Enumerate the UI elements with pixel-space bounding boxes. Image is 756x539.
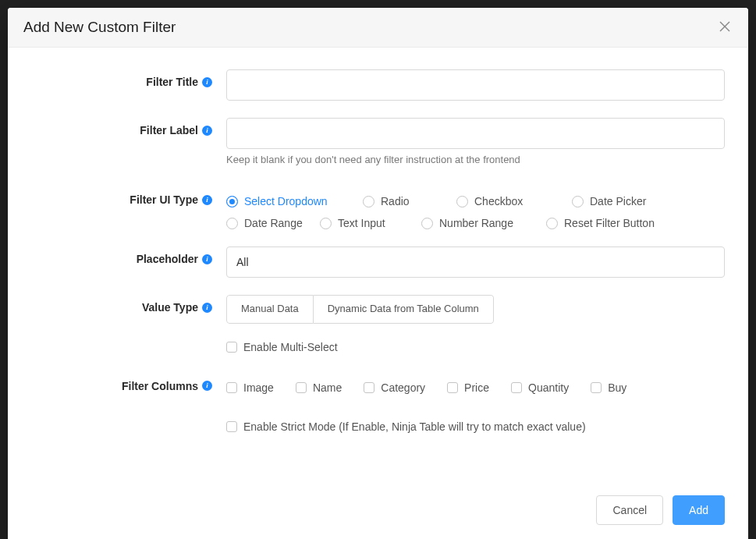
- ui-type-radio-group: Select Dropdown Radio Checkbox Date Pick…: [226, 192, 725, 229]
- ui-type-option-radio[interactable]: Radio: [363, 195, 441, 207]
- ui-type-option-reset-button[interactable]: Reset Filter Button: [546, 217, 655, 229]
- modal-footer: Cancel Add: [8, 484, 748, 539]
- radio-label: Select Dropdown: [244, 195, 328, 207]
- filter-label-input[interactable]: [226, 118, 725, 149]
- radio-label: Radio: [381, 195, 410, 207]
- close-icon: [719, 21, 730, 34]
- ui-type-option-checkbox[interactable]: Checkbox: [456, 195, 556, 207]
- ui-type-option-date-picker[interactable]: Date Picker: [572, 195, 681, 207]
- add-filter-modal: Add New Custom Filter Filter Title i Fil…: [8, 8, 748, 539]
- filter-column-category[interactable]: Category: [364, 381, 425, 394]
- label-placeholder: Placeholder i: [31, 246, 226, 265]
- filter-column-name[interactable]: Name: [296, 381, 342, 394]
- ui-type-option-text-input[interactable]: Text Input: [320, 217, 406, 229]
- radio-input[interactable]: [456, 196, 468, 207]
- filter-column-buy[interactable]: Buy: [591, 381, 626, 394]
- radio-label: Reset Filter Button: [564, 217, 655, 229]
- modal-header: Add New Custom Filter: [8, 8, 748, 48]
- checkbox-label: Enable Strict Mode (If Enable, Ninja Tab…: [243, 420, 586, 433]
- filter-title-input[interactable]: [226, 69, 725, 101]
- row-multi-select: Enable Multi-Select: [31, 341, 725, 353]
- checkbox-input[interactable]: [511, 382, 522, 393]
- checkbox-label: Name: [313, 381, 342, 394]
- row-filter-columns: Filter Columns i Image Name Category: [31, 380, 725, 394]
- label-value-type: Value Type i: [31, 295, 226, 314]
- label-filter-columns: Filter Columns i: [31, 380, 226, 392]
- label-multi-select-spacer: [31, 341, 226, 347]
- label-text: Filter Label: [140, 124, 198, 137]
- ui-type-option-select[interactable]: Select Dropdown: [226, 195, 347, 207]
- cancel-button[interactable]: Cancel: [596, 495, 663, 525]
- row-ui-type: Filter UI Type i Select Dropdown Radio: [31, 192, 725, 229]
- info-icon[interactable]: i: [202, 254, 212, 264]
- radio-label: Date Range: [244, 217, 303, 229]
- checkbox-label: Image: [243, 381, 274, 394]
- checkbox-input[interactable]: [591, 382, 602, 393]
- value-type-manual[interactable]: Manual Data: [226, 295, 314, 324]
- filter-column-image[interactable]: Image: [226, 381, 274, 394]
- ui-type-option-date-range[interactable]: Date Range: [226, 217, 304, 229]
- strict-mode-checkbox-row[interactable]: Enable Strict Mode (If Enable, Ninja Tab…: [226, 420, 725, 433]
- info-icon[interactable]: i: [202, 77, 212, 87]
- value-type-segment: Manual Data Dynamic Data from Table Colu…: [226, 295, 494, 324]
- radio-input[interactable]: [226, 218, 238, 229]
- radio-input[interactable]: [320, 218, 332, 229]
- radio-label: Checkbox: [474, 195, 523, 207]
- info-icon[interactable]: i: [202, 126, 212, 136]
- label-text: Filter UI Type: [130, 193, 198, 206]
- radio-label: Date Picker: [590, 195, 646, 207]
- label-text: Placeholder: [137, 253, 198, 265]
- radio-input[interactable]: [363, 196, 374, 207]
- radio-input[interactable]: [421, 218, 433, 229]
- add-button[interactable]: Add: [673, 495, 725, 525]
- modal-body: Filter Title i Filter Label i Keep it bl…: [8, 48, 748, 484]
- row-strict-mode: Enable Strict Mode (If Enable, Ninja Tab…: [31, 420, 725, 433]
- close-button[interactable]: [717, 20, 733, 35]
- checkbox-label: Price: [464, 381, 489, 394]
- filter-column-price[interactable]: Price: [447, 381, 489, 394]
- radio-input[interactable]: [572, 196, 584, 207]
- row-value-type: Value Type i Manual Data Dynamic Data fr…: [31, 295, 725, 324]
- filter-column-quantity[interactable]: Quantity: [511, 381, 569, 394]
- value-type-dynamic[interactable]: Dynamic Data from Table Column: [314, 295, 494, 324]
- multi-select-checkbox-row[interactable]: Enable Multi-Select: [226, 341, 725, 353]
- filter-columns-group: Image Name Category Price: [226, 380, 725, 394]
- multi-select-checkbox[interactable]: [226, 342, 237, 353]
- strict-mode-checkbox[interactable]: [226, 421, 237, 432]
- radio-label: Number Range: [439, 217, 513, 229]
- label-ui-type: Filter UI Type i: [31, 192, 226, 206]
- checkbox-label: Category: [381, 381, 425, 394]
- checkbox-label: Enable Multi-Select: [243, 341, 338, 353]
- radio-input[interactable]: [226, 196, 238, 207]
- info-icon[interactable]: i: [202, 381, 212, 391]
- filter-label-help: Keep it blank if you don't need any filt…: [226, 154, 725, 165]
- label-text: Filter Columns: [122, 380, 198, 392]
- ui-type-option-number-range[interactable]: Number Range: [421, 217, 531, 229]
- info-icon[interactable]: i: [202, 195, 212, 205]
- label-strict-mode-spacer: [31, 420, 226, 427]
- info-icon[interactable]: i: [202, 303, 212, 313]
- label-text: Filter Title: [146, 76, 198, 88]
- checkbox-input[interactable]: [364, 382, 374, 393]
- radio-input[interactable]: [546, 218, 558, 229]
- checkbox-input[interactable]: [226, 382, 237, 393]
- checkbox-label: Buy: [608, 381, 626, 394]
- modal-title: Add New Custom Filter: [23, 19, 176, 36]
- checkbox-label: Quantity: [528, 381, 569, 394]
- row-filter-label: Filter Label i Keep it blank if you don'…: [31, 118, 725, 165]
- row-placeholder: Placeholder i: [31, 246, 725, 278]
- label-filter-title: Filter Title i: [31, 69, 226, 88]
- label-filter-label: Filter Label i: [31, 118, 226, 137]
- checkbox-input[interactable]: [296, 382, 307, 393]
- row-filter-title: Filter Title i: [31, 69, 725, 101]
- label-text: Value Type: [142, 301, 198, 314]
- radio-label: Text Input: [338, 217, 385, 229]
- checkbox-input[interactable]: [447, 382, 458, 393]
- placeholder-input[interactable]: [226, 246, 725, 278]
